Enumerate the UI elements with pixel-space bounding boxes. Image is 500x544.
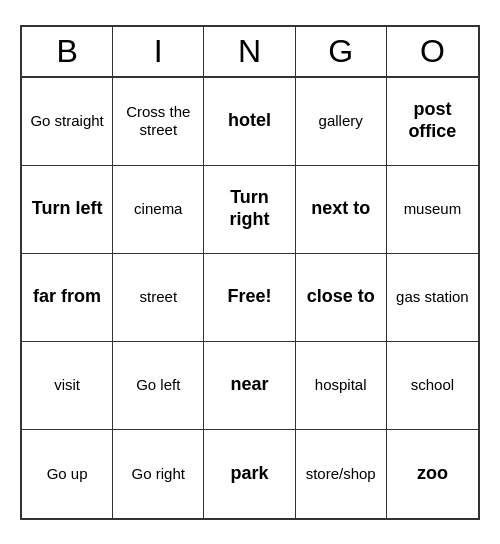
bingo-cell: gas station: [387, 254, 478, 342]
bingo-cell: park: [204, 430, 295, 518]
bingo-cell: Turn left: [22, 166, 113, 254]
bingo-cell: cinema: [113, 166, 204, 254]
bingo-grid: Go straightCross the streethotelgalleryp…: [22, 78, 478, 518]
bingo-header: BINGO: [22, 27, 478, 78]
bingo-cell: hotel: [204, 78, 295, 166]
bingo-cell: Go right: [113, 430, 204, 518]
bingo-cell: street: [113, 254, 204, 342]
bingo-cell: far from: [22, 254, 113, 342]
bingo-cell: store/shop: [296, 430, 387, 518]
bingo-cell: school: [387, 342, 478, 430]
bingo-header-letter: O: [387, 27, 478, 76]
bingo-header-letter: G: [296, 27, 387, 76]
bingo-cell: zoo: [387, 430, 478, 518]
bingo-cell: Go up: [22, 430, 113, 518]
bingo-cell: Free!: [204, 254, 295, 342]
bingo-cell: Go straight: [22, 78, 113, 166]
bingo-cell: Go left: [113, 342, 204, 430]
bingo-header-letter: I: [113, 27, 204, 76]
bingo-cell: near: [204, 342, 295, 430]
bingo-cell: museum: [387, 166, 478, 254]
bingo-cell: hospital: [296, 342, 387, 430]
bingo-cell: Turn right: [204, 166, 295, 254]
bingo-header-letter: B: [22, 27, 113, 76]
bingo-cell: post office: [387, 78, 478, 166]
bingo-cell: Cross the street: [113, 78, 204, 166]
bingo-cell: gallery: [296, 78, 387, 166]
bingo-board: BINGO Go straightCross the streethotelga…: [20, 25, 480, 520]
bingo-header-letter: N: [204, 27, 295, 76]
bingo-cell: next to: [296, 166, 387, 254]
bingo-cell: visit: [22, 342, 113, 430]
bingo-cell: close to: [296, 254, 387, 342]
